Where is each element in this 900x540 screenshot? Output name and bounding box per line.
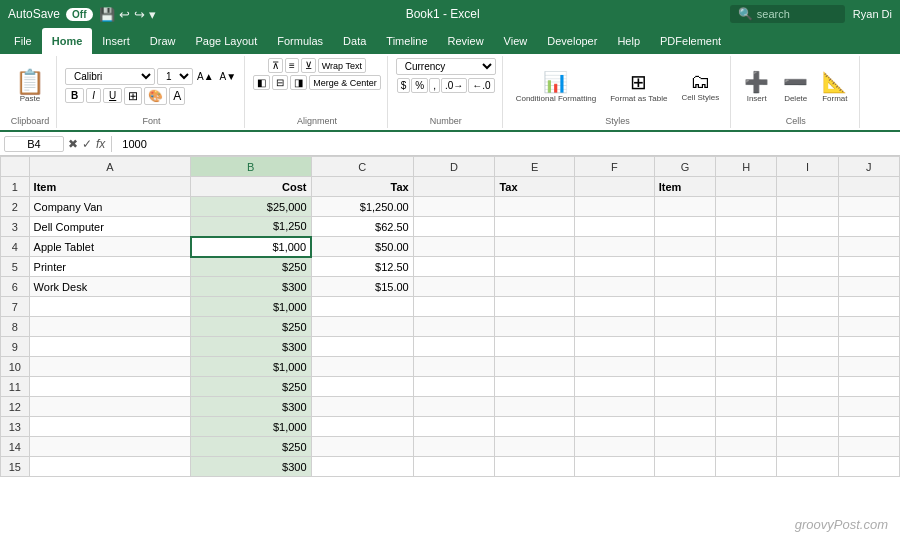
row-header-15[interactable]: 15 — [1, 457, 30, 477]
cell-7-0[interactable] — [29, 297, 190, 317]
cell-5-7[interactable] — [716, 257, 777, 277]
cell-4-7[interactable] — [716, 237, 777, 257]
cell-4-6[interactable] — [654, 237, 715, 257]
cell-11-4[interactable] — [495, 377, 575, 397]
cell-6-0[interactable]: Work Desk — [29, 277, 190, 297]
cell-12-3[interactable] — [413, 397, 495, 417]
cell-7-7[interactable] — [716, 297, 777, 317]
cell-10-7[interactable] — [716, 357, 777, 377]
cell-9-9[interactable] — [838, 337, 899, 357]
cell-5-0[interactable]: Printer — [29, 257, 190, 277]
cell-12-0[interactable] — [29, 397, 190, 417]
row-header-5[interactable]: 5 — [1, 257, 30, 277]
cell-6-2[interactable]: $15.00 — [311, 277, 413, 297]
cell-9-1[interactable]: $300 — [191, 337, 312, 357]
tab-data[interactable]: Data — [333, 28, 376, 54]
cell-14-2[interactable] — [311, 437, 413, 457]
cell-2-0[interactable]: Company Van — [29, 197, 190, 217]
cell-3-4[interactable] — [495, 217, 575, 237]
tab-page-layout[interactable]: Page Layout — [185, 28, 267, 54]
tab-review[interactable]: Review — [438, 28, 494, 54]
col-header-c[interactable]: C — [311, 157, 413, 177]
col-header-g[interactable]: G — [654, 157, 715, 177]
cell-5-4[interactable] — [495, 257, 575, 277]
cell-13-9[interactable] — [838, 417, 899, 437]
cell-8-3[interactable] — [413, 317, 495, 337]
cell-9-5[interactable] — [575, 337, 655, 357]
redo-icon[interactable]: ↪ — [134, 7, 145, 22]
row-header-4[interactable]: 4 — [1, 237, 30, 257]
format-as-table-button[interactable]: ⊞ Format as Table — [605, 67, 672, 106]
tab-file[interactable]: File — [4, 28, 42, 54]
cell-4-8[interactable] — [777, 237, 838, 257]
cell-10-6[interactable] — [654, 357, 715, 377]
cell-13-7[interactable] — [716, 417, 777, 437]
fill-color-button[interactable]: 🎨 — [144, 87, 167, 105]
cell-4-2[interactable]: $50.00 — [311, 237, 413, 257]
cell-3-3[interactable] — [413, 217, 495, 237]
cell-1-0[interactable]: Item — [29, 177, 190, 197]
cell-13-0[interactable] — [29, 417, 190, 437]
cell-4-1[interactable]: $1,000 — [191, 237, 312, 257]
cell-8-8[interactable] — [777, 317, 838, 337]
cell-15-2[interactable] — [311, 457, 413, 477]
dollar-sign-button[interactable]: $ — [397, 78, 411, 93]
underline-button[interactable]: U — [103, 88, 122, 103]
cell-14-5[interactable] — [575, 437, 655, 457]
cell-1-3[interactable] — [413, 177, 495, 197]
cell-12-4[interactable] — [495, 397, 575, 417]
cell-13-2[interactable] — [311, 417, 413, 437]
cell-3-5[interactable] — [575, 217, 655, 237]
col-header-h[interactable]: H — [716, 157, 777, 177]
cell-3-0[interactable]: Dell Computer — [29, 217, 190, 237]
cell-3-2[interactable]: $62.50 — [311, 217, 413, 237]
align-left-button[interactable]: ◧ — [253, 75, 270, 90]
cell-7-2[interactable] — [311, 297, 413, 317]
row-header-9[interactable]: 9 — [1, 337, 30, 357]
cell-3-9[interactable] — [838, 217, 899, 237]
autosave-badge[interactable]: Off — [66, 8, 92, 21]
merge-center-button[interactable]: Merge & Center — [309, 75, 381, 90]
cell-10-5[interactable] — [575, 357, 655, 377]
cell-7-4[interactable] — [495, 297, 575, 317]
cell-10-4[interactable] — [495, 357, 575, 377]
cell-11-9[interactable] — [838, 377, 899, 397]
row-header-13[interactable]: 13 — [1, 417, 30, 437]
cell-14-3[interactable] — [413, 437, 495, 457]
cell-3-1[interactable]: $1,250 — [191, 217, 312, 237]
cell-6-5[interactable] — [575, 277, 655, 297]
cell-7-3[interactable] — [413, 297, 495, 317]
row-header-8[interactable]: 8 — [1, 317, 30, 337]
cell-8-7[interactable] — [716, 317, 777, 337]
cell-1-7[interactable] — [716, 177, 777, 197]
font-family-select[interactable]: Calibri — [65, 68, 155, 85]
cell-8-0[interactable] — [29, 317, 190, 337]
cell-10-2[interactable] — [311, 357, 413, 377]
row-header-11[interactable]: 11 — [1, 377, 30, 397]
cell-15-6[interactable] — [654, 457, 715, 477]
increase-font-button[interactable]: A▲ — [195, 70, 216, 83]
tab-timeline[interactable]: Timeline — [376, 28, 437, 54]
conditional-formatting-button[interactable]: 📊 Conditional Formatting — [511, 67, 601, 106]
borders-button[interactable]: ⊞ — [124, 87, 142, 105]
cell-13-6[interactable] — [654, 417, 715, 437]
cell-12-1[interactable]: $300 — [191, 397, 312, 417]
cell-13-8[interactable] — [777, 417, 838, 437]
paste-button[interactable]: 📋 Paste — [10, 67, 50, 106]
cell-11-6[interactable] — [654, 377, 715, 397]
cell-5-1[interactable]: $250 — [191, 257, 312, 277]
cell-13-5[interactable] — [575, 417, 655, 437]
cell-6-8[interactable] — [777, 277, 838, 297]
align-top-button[interactable]: ⊼ — [268, 58, 283, 73]
cell-15-4[interactable] — [495, 457, 575, 477]
cell-5-8[interactable] — [777, 257, 838, 277]
cell-4-0[interactable]: Apple Tablet — [29, 237, 190, 257]
row-header-6[interactable]: 6 — [1, 277, 30, 297]
cell-2-1[interactable]: $25,000 — [191, 197, 312, 217]
decrease-decimal-button[interactable]: ←.0 — [468, 78, 494, 93]
number-format-select[interactable]: Currency General Number Percentage — [396, 58, 496, 75]
cell-4-5[interactable] — [575, 237, 655, 257]
col-header-a[interactable]: A — [29, 157, 190, 177]
col-header-j[interactable]: J — [838, 157, 899, 177]
cell-7-9[interactable] — [838, 297, 899, 317]
